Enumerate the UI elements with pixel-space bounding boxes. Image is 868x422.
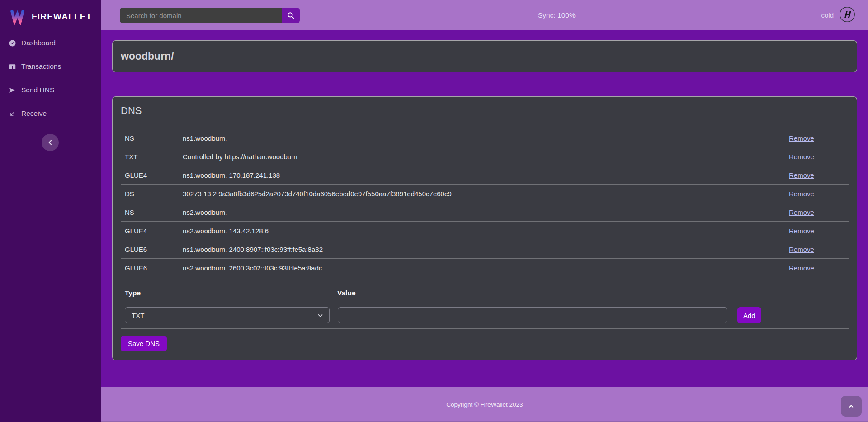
search-input[interactable] (120, 8, 282, 23)
value-column-header: Value (337, 289, 356, 297)
scroll-to-top-button[interactable] (841, 396, 862, 417)
record-value: Controlled by https://nathan.woodburn (183, 153, 789, 161)
table-row: GLUE6 ns2.woodburn. 2600:3c02::f03c:93ff… (121, 259, 849, 277)
sidebar-item-dashboard[interactable]: Dashboard (0, 37, 101, 49)
brand-name: FIREWALLET (32, 12, 92, 22)
remove-record-link[interactable]: Remove (789, 246, 844, 253)
save-dns-button[interactable]: Save DNS (121, 336, 167, 351)
table-row: GLUE4 ns1.woodburn. 170.187.241.138 Remo… (121, 166, 849, 185)
sidebar-item-label: Dashboard (21, 39, 56, 47)
record-type: NS (125, 134, 183, 142)
dashboard-icon (9, 39, 16, 47)
remove-record-link[interactable]: Remove (789, 171, 844, 179)
sidebar: FIREWALLET Dashboard Transactions Send H… (0, 0, 101, 422)
send-icon (9, 86, 16, 94)
record-type: TXT (125, 153, 183, 161)
record-value: ns2.woodburn. (183, 209, 789, 216)
record-value: ns1.woodburn. 2400:8907::f03c:93ff:fe5a:… (183, 246, 789, 253)
sidebar-item-label: Transactions (21, 62, 61, 71)
record-value: ns2.woodburn. 143.42.128.6 (183, 227, 789, 235)
record-value: 30273 13 2 9a3a8fb3d625d2a2073d740f10da6… (183, 190, 789, 198)
main-content: woodburn/ DNS NS ns1.woodburn. Remove TX… (101, 30, 868, 387)
add-record-form: TXT Add (121, 302, 849, 329)
domain-search (120, 8, 300, 23)
page-title: woodburn/ (121, 50, 174, 62)
brand: FIREWALLET (0, 0, 101, 28)
dns-card-title: DNS (113, 97, 857, 125)
sidebar-item-receive[interactable]: Receive (0, 107, 101, 120)
wallet-indicator: cold (821, 0, 855, 30)
chevron-left-icon (46, 138, 54, 147)
search-icon (287, 11, 295, 19)
sidebar-item-transactions[interactable]: Transactions (0, 60, 101, 73)
sidebar-nav: Dashboard Transactions Send HNS Receive (0, 37, 101, 131)
footer: Copyright © FireWallet 2023 (101, 387, 868, 422)
dns-records-table: NS ns1.woodburn. Remove TXT Controlled b… (121, 129, 849, 351)
remove-record-link[interactable]: Remove (789, 209, 844, 216)
remove-record-link[interactable]: Remove (789, 190, 844, 198)
dns-card: DNS NS ns1.woodburn. Remove TXT Controll… (112, 96, 857, 360)
handshake-logo-icon[interactable] (839, 6, 855, 24)
sidebar-item-send-hns[interactable]: Send HNS (0, 84, 101, 96)
copyright-text: Copyright © FireWallet 2023 (446, 401, 523, 408)
remove-record-link[interactable]: Remove (789, 153, 844, 161)
chevron-down-icon (316, 311, 325, 320)
receive-icon (9, 110, 16, 118)
transactions-icon (9, 63, 16, 71)
record-value: ns2.woodburn. 2600:3c02::f03c:93ff:fe5a:… (183, 264, 789, 272)
record-type: GLUE4 (125, 227, 183, 235)
sidebar-item-label: Receive (21, 109, 47, 118)
record-type: GLUE4 (125, 171, 183, 179)
sync-status: Sync: 100% (538, 0, 576, 30)
search-button[interactable] (282, 8, 300, 23)
domain-card: woodburn/ (112, 40, 857, 72)
record-type: NS (125, 209, 183, 216)
record-type: DS (125, 190, 183, 198)
record-type-selected-value: TXT (132, 312, 144, 319)
record-value: ns1.woodburn. (183, 134, 789, 142)
table-row: TXT Controlled by https://nathan.woodbur… (121, 147, 849, 166)
table-row: DS 30273 13 2 9a3a8fb3d625d2a2073d740f10… (121, 185, 849, 203)
chevron-up-icon (848, 403, 855, 410)
sidebar-item-label: Send HNS (21, 86, 54, 94)
type-column-header: Type (125, 289, 337, 297)
remove-record-link[interactable]: Remove (789, 264, 844, 272)
record-value: ns1.woodburn. 170.187.241.138 (183, 171, 789, 179)
record-type: GLUE6 (125, 246, 183, 253)
table-row: GLUE4 ns2.woodburn. 143.42.128.6 Remove (121, 222, 849, 240)
topbar: Sync: 100% cold (101, 0, 868, 30)
add-record-headers: Type Value (121, 277, 849, 302)
table-row: GLUE6 ns1.woodburn. 2400:8907::f03c:93ff… (121, 240, 849, 259)
table-row: NS ns2.woodburn. Remove (121, 203, 849, 222)
record-type: GLUE6 (125, 264, 183, 272)
add-record-button[interactable]: Add (737, 307, 761, 323)
firewallet-logo-icon (9, 7, 26, 27)
sidebar-collapse-button[interactable] (42, 134, 59, 151)
remove-record-link[interactable]: Remove (789, 227, 844, 235)
wallet-name: cold (821, 11, 834, 19)
table-row: NS ns1.woodburn. Remove (121, 129, 849, 147)
record-value-input[interactable] (338, 307, 727, 323)
remove-record-link[interactable]: Remove (789, 134, 844, 142)
record-type-select[interactable]: TXT (125, 307, 330, 323)
